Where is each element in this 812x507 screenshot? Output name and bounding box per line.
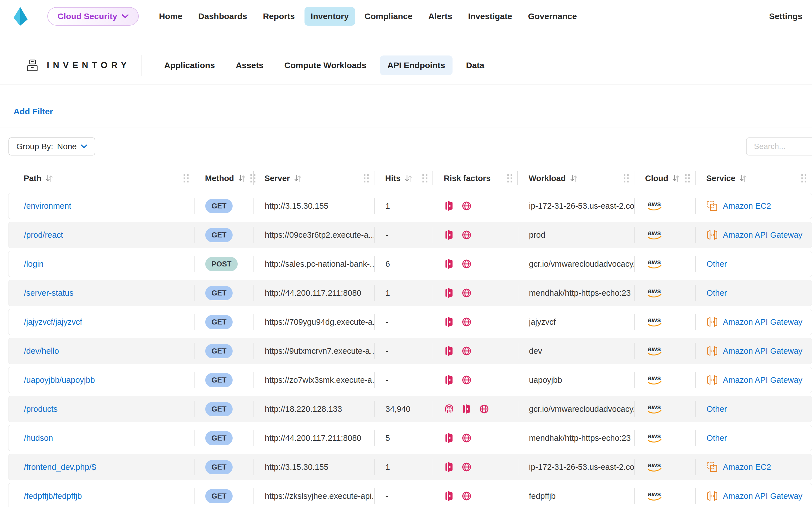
service-link[interactable]: Other	[707, 288, 727, 298]
tab-compute-workloads[interactable]: Compute Workloads	[277, 55, 374, 75]
drag-handle-icon[interactable]	[183, 174, 189, 183]
path-link[interactable]: /jajyzvcf/jajyzvcf	[24, 318, 82, 327]
table-row[interactable]: /prod/react GET https://09ce3r6tp2.execu…	[8, 222, 812, 248]
method-cell: GET	[195, 338, 254, 364]
service-link[interactable]: Other	[707, 260, 727, 269]
nav-item-investigate[interactable]: Investigate	[462, 7, 518, 25]
table-row[interactable]: /server-status GET http://44.200.117.211…	[8, 280, 812, 306]
path-cell: /login	[8, 251, 195, 277]
table-row[interactable]: /products GET http://18.220.128.133 34,9…	[8, 396, 812, 422]
drag-handle-icon[interactable]	[801, 174, 807, 183]
service-link[interactable]: Other	[707, 404, 727, 414]
path-link[interactable]: /server-status	[24, 288, 73, 298]
service-link[interactable]: Amazon API Gateway	[723, 346, 802, 356]
drag-handle-icon[interactable]	[422, 174, 428, 183]
column-header-server[interactable]: Server	[254, 171, 374, 185]
column-header-path[interactable]: Path	[8, 171, 194, 185]
column-header-workload[interactable]: Workload	[518, 171, 635, 185]
table-row[interactable]: /hudson GET http://44.200.117.211:8080 5	[8, 425, 812, 451]
drag-handle-icon[interactable]	[684, 174, 691, 183]
path-link[interactable]: /products	[24, 404, 57, 414]
table-row[interactable]: /uapoyjbb/uapoyjbb GET https://zo7wlx3sm…	[8, 367, 812, 393]
open-door-icon	[444, 346, 454, 356]
service-link[interactable]: Amazon EC2	[723, 202, 771, 211]
service-link[interactable]: Amazon API Gateway	[723, 492, 802, 501]
tab-applications[interactable]: Applications	[157, 55, 222, 75]
drag-handle-icon[interactable]	[623, 174, 629, 183]
drag-handle-icon[interactable]	[363, 174, 369, 183]
table-row[interactable]: /fedpffjb/fedpffjb GET https://zkslsyjhe…	[8, 483, 812, 507]
aws-logo-icon: aws	[645, 287, 663, 298]
method-cell: GET	[195, 454, 254, 480]
table-row[interactable]: /dev/hello GET https://9utxmcrvn7.execut…	[8, 338, 812, 364]
sort-icon[interactable]	[405, 174, 412, 183]
column-header-risk-factors[interactable]: Risk factors	[433, 171, 518, 185]
service-link[interactable]: Amazon EC2	[723, 462, 771, 472]
tab-api-endpoints[interactable]: API Endpoints	[380, 55, 453, 75]
tab-assets[interactable]: Assets	[229, 55, 271, 75]
brand-logo-icon	[12, 6, 29, 26]
hits-text: 34,940	[386, 404, 410, 414]
hits-text: 6	[386, 260, 390, 269]
group-by-dropdown[interactable]: Group By: None	[8, 137, 95, 156]
search-input[interactable]	[746, 137, 812, 156]
sort-icon[interactable]	[45, 174, 53, 183]
path-cell: /jajyzvcf/jajyzvcf	[8, 309, 195, 335]
path-link[interactable]: /frontend_dev.php/$	[24, 462, 96, 472]
table-row[interactable]: /environment GET http://3.15.30.155 1	[8, 193, 812, 219]
column-header-cloud[interactable]: Cloud	[635, 171, 696, 185]
service-cell: Amazon API Gateway	[696, 309, 812, 335]
sort-icon[interactable]	[294, 174, 302, 183]
path-link[interactable]: /login	[24, 260, 43, 269]
hits-cell: 1	[375, 193, 434, 219]
nav-item-governance[interactable]: Governance	[522, 7, 583, 25]
nav-item-home[interactable]: Home	[153, 7, 189, 25]
service-link[interactable]: Amazon API Gateway	[723, 318, 802, 327]
server-cell: http://44.200.117.211:8080	[254, 280, 375, 306]
path-link[interactable]: /fedpffjb/fedpffjb	[24, 492, 82, 501]
aws-logo-icon: aws	[645, 345, 663, 356]
hits-text: 1	[386, 288, 390, 298]
table-row[interactable]: /jajyzvcf/jajyzvcf GET https://709ygu94d…	[8, 309, 812, 335]
path-link[interactable]: /environment	[24, 202, 71, 211]
column-header-hits[interactable]: Hits	[374, 171, 433, 185]
sort-icon[interactable]	[672, 174, 680, 183]
table-row[interactable]: /frontend_dev.php/$ GET http://3.15.30.1…	[8, 454, 812, 480]
chevron-down-icon	[122, 14, 129, 18]
product-switcher[interactable]: Cloud Security	[47, 7, 139, 25]
tab-data[interactable]: Data	[459, 55, 492, 75]
service-link[interactable]: Amazon API Gateway	[723, 376, 802, 385]
workload-cell: uapoyjbb	[518, 367, 635, 393]
path-link[interactable]: /dev/hello	[24, 346, 59, 356]
cloud-cell: aws	[635, 396, 696, 422]
path-link[interactable]: /uapoyjbb/uapoyjbb	[24, 376, 95, 385]
hits-text: 1	[386, 202, 390, 211]
service-cell: Amazon API Gateway	[696, 367, 812, 393]
table-row[interactable]: /login POST http://sales.pc-national-ban…	[8, 251, 812, 277]
nav-item-inventory[interactable]: Inventory	[305, 7, 355, 25]
path-link[interactable]: /hudson	[24, 434, 53, 443]
service-link[interactable]: Amazon API Gateway	[723, 230, 802, 240]
nav-item-compliance[interactable]: Compliance	[358, 7, 419, 25]
nav-item-settings[interactable]: Settings	[769, 11, 802, 21]
server-cell: http://3.15.30.155	[254, 193, 375, 219]
hits-text: 1	[386, 462, 390, 472]
column-header-service[interactable]: Service	[696, 171, 812, 185]
nav-item-reports[interactable]: Reports	[257, 7, 301, 25]
open-door-icon	[444, 462, 454, 472]
server-text: https://09ce3r6tp2.execute-a...	[265, 230, 375, 240]
path-link[interactable]: /prod/react	[24, 230, 63, 240]
aws-logo-icon: aws	[645, 258, 663, 270]
globe-icon	[462, 433, 472, 443]
drag-handle-icon[interactable]	[507, 174, 513, 183]
cloud-cell: aws	[635, 309, 696, 335]
sort-icon[interactable]	[739, 174, 747, 183]
nav-item-dashboards[interactable]: Dashboards	[192, 7, 253, 25]
server-text: http://3.15.30.155	[265, 462, 328, 472]
add-filter-button[interactable]: Add Filter	[13, 107, 53, 116]
sort-icon[interactable]	[238, 174, 246, 183]
service-link[interactable]: Other	[707, 434, 727, 443]
column-header-method[interactable]: Method	[194, 171, 254, 185]
nav-item-alerts[interactable]: Alerts	[422, 7, 458, 25]
sort-icon[interactable]	[570, 174, 578, 183]
